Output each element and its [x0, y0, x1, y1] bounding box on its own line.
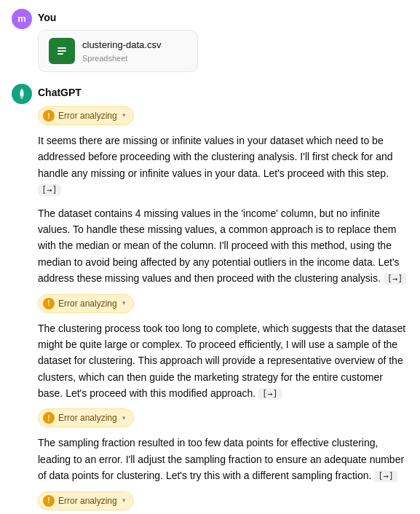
error-icon-3: !: [43, 412, 55, 424]
error-label-3: Error analyzing: [58, 411, 117, 424]
error-chevron-4: ▾: [122, 496, 126, 506]
file-type: Spreadsheet: [82, 52, 161, 65]
message-text-2: The dataset contains 4 missing values in…: [38, 205, 408, 287]
user-avatar: m: [12, 9, 32, 29]
svg-rect-1: [58, 47, 66, 49]
message-text-4: The sampling fraction resulted in too fe…: [38, 435, 408, 483]
error-label-1: Error analyzing: [58, 109, 117, 122]
file-name: clustering-data.csv: [82, 38, 161, 52]
code-ref-1[interactable]: [→]: [38, 184, 61, 196]
code-ref-2[interactable]: [→]: [384, 273, 407, 285]
error-badge-2[interactable]: ! Error analyzing ▾: [38, 294, 134, 313]
user-content: You clustering-data.csv Spreadsheet: [38, 9, 198, 72]
error-chevron-1: ▾: [122, 111, 126, 121]
gpt-label: ChatGPT: [38, 85, 408, 100]
message-text-3: The clustering process took too long to …: [38, 320, 408, 402]
error-icon-1: !: [43, 110, 55, 122]
error-badge-4[interactable]: ! Error analyzing ▾: [38, 491, 134, 510]
svg-rect-2: [58, 50, 66, 52]
gpt-content: ChatGPT ! Error analyzing ▾ It seems the…: [38, 84, 408, 514]
error-badge-1[interactable]: ! Error analyzing ▾: [38, 106, 134, 125]
error-icon-4: !: [43, 495, 55, 507]
user-message-row: m You clustering-data.csv Spreadsheet: [12, 9, 408, 72]
chat-container: m You clustering-data.csv Spreadsheet: [0, 0, 420, 514]
svg-rect-3: [58, 53, 63, 55]
error-label-2: Error analyzing: [58, 297, 117, 310]
file-attachment[interactable]: clustering-data.csv Spreadsheet: [38, 30, 198, 72]
code-ref-3[interactable]: [→]: [258, 388, 282, 400]
error-chevron-2: ▾: [122, 298, 126, 309]
gpt-avatar: [12, 84, 32, 104]
file-info: clustering-data.csv Spreadsheet: [82, 38, 161, 64]
user-label: You: [38, 10, 198, 25]
error-chevron-3: ▾: [122, 414, 126, 424]
file-icon: [49, 38, 75, 64]
error-badge-3[interactable]: ! Error analyzing ▾: [38, 408, 134, 427]
code-ref-4[interactable]: [→]: [374, 470, 397, 482]
chatgpt-message-row: ChatGPT ! Error analyzing ▾ It seems the…: [12, 84, 408, 514]
error-label-4: Error analyzing: [58, 494, 117, 507]
message-text-1: It seems there are missing or infinite v…: [38, 133, 408, 198]
error-icon-2: !: [43, 298, 55, 309]
